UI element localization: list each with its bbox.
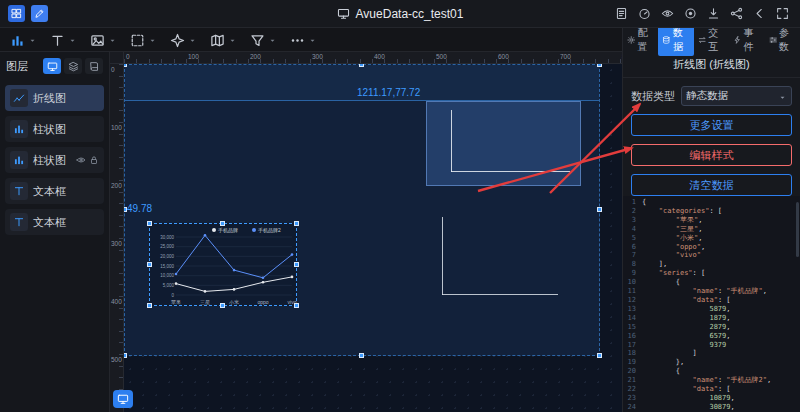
svg-text:小米: 小米 xyxy=(229,299,239,305)
editor-scrollbar[interactable] xyxy=(796,202,799,257)
svg-text:手机品牌2: 手机品牌2 xyxy=(258,227,281,234)
gauge-icon xyxy=(638,7,651,20)
map-icon xyxy=(210,33,225,48)
layers-header: 图层 xyxy=(0,52,109,80)
layer-item-icon-tile xyxy=(10,89,28,107)
resize-handle[interactable] xyxy=(147,303,152,308)
chart-line-icon xyxy=(13,92,25,104)
line-chart-widget[interactable]: 30,00025,00020,00015,00010,0005,0000苹果三星… xyxy=(149,223,297,306)
chart-bar-icon xyxy=(13,154,25,166)
layer-item-icon-tile xyxy=(10,182,28,200)
swap-icon xyxy=(698,35,706,45)
map-tool[interactable] xyxy=(210,33,237,48)
svg-text:10,000: 10,000 xyxy=(160,273,174,278)
book-icon xyxy=(89,61,100,72)
svg-text:0: 0 xyxy=(171,293,174,298)
resize-handle[interactable] xyxy=(597,64,602,67)
data-type-select[interactable]: 静态数据 xyxy=(681,86,792,106)
record-button[interactable] xyxy=(681,4,700,23)
resize-handle[interactable] xyxy=(124,64,127,67)
canvas-viewport[interactable]: 1211.17,77.72 49.78 30,00025,00020,00015… xyxy=(124,64,625,412)
screen-view-button[interactable] xyxy=(43,58,61,74)
chart-bar-icon xyxy=(13,123,25,135)
tab-event[interactable]: 事件 xyxy=(729,24,764,56)
topbar-right xyxy=(612,4,792,23)
doc-button[interactable] xyxy=(612,4,631,23)
bar-chart-widget-2[interactable] xyxy=(442,217,558,295)
resize-handle[interactable] xyxy=(597,353,602,358)
new-screen-button[interactable] xyxy=(31,5,48,22)
layer-list: 折线图柱状图柱状图文本框文本框 xyxy=(0,85,109,235)
tab-config[interactable]: 配置 xyxy=(623,24,658,56)
ruler-number: 100 xyxy=(111,124,122,131)
layer-item-label: 文本框 xyxy=(33,215,66,230)
ruler-number: 0 xyxy=(111,66,115,73)
data-type-row: 数据类型 静态数据 xyxy=(623,78,800,112)
clear-data-button[interactable]: 清空数据 xyxy=(631,174,792,196)
layer-item-icon-tile xyxy=(10,213,28,231)
download-icon xyxy=(707,7,720,20)
layer-view-toggle xyxy=(43,58,103,74)
app-logo-button[interactable] xyxy=(8,5,25,22)
screen-title-icon-slot xyxy=(337,7,350,21)
resize-handle[interactable] xyxy=(220,221,225,226)
text-tool[interactable] xyxy=(50,33,77,48)
decoration-tool[interactable] xyxy=(170,33,197,48)
layer-item[interactable]: 柱状图 xyxy=(5,116,104,142)
preview-button[interactable] xyxy=(658,4,677,23)
more-tool[interactable] xyxy=(290,33,317,48)
tab-interaction[interactable]: 交互 xyxy=(694,24,729,56)
dashboard-button[interactable] xyxy=(635,4,654,23)
border-tool[interactable] xyxy=(130,33,157,48)
edit-style-button[interactable]: 编辑样式 xyxy=(631,144,792,166)
more-settings-button[interactable]: 更多设置 xyxy=(631,114,792,136)
record-icon xyxy=(684,7,697,20)
fullscreen-button[interactable] xyxy=(773,4,792,23)
caret-down-icon xyxy=(778,93,787,102)
bar-chart-widget[interactable] xyxy=(426,101,581,186)
ruler-left: 0100200300400500 xyxy=(110,64,124,412)
ruler-number: 500 xyxy=(436,53,447,60)
tab-params[interactable]: 参数 xyxy=(765,24,800,56)
resize-handle[interactable] xyxy=(294,303,299,308)
ruler-number: 200 xyxy=(250,53,261,60)
screen-title: AvueData-cc_test01 xyxy=(356,7,464,21)
resize-handle[interactable] xyxy=(147,221,152,226)
border-icon xyxy=(130,33,145,48)
resize-handle[interactable] xyxy=(147,262,152,267)
monitor-icon xyxy=(337,7,350,20)
scale-helper-button[interactable] xyxy=(113,390,133,408)
layer-item[interactable]: 文本框 xyxy=(5,178,104,204)
ruler-corner xyxy=(110,52,124,64)
download-button[interactable] xyxy=(704,4,723,23)
resize-handle[interactable] xyxy=(294,262,299,267)
inspector-tabs: 配置数据交互事件参数 xyxy=(622,28,800,52)
media-tool[interactable] xyxy=(90,33,117,48)
text-icon xyxy=(13,216,25,228)
resize-handle[interactable] xyxy=(294,221,299,226)
resize-handle[interactable] xyxy=(220,303,225,308)
back-button[interactable] xyxy=(750,4,769,23)
doc-view-button[interactable] xyxy=(85,58,103,74)
layer-item[interactable]: 柱状图 xyxy=(5,147,104,173)
resize-handle[interactable] xyxy=(359,64,364,67)
data-editor[interactable]: 123456789101112131415161718192021222324 … xyxy=(623,196,800,412)
layer-item[interactable]: 折线图 xyxy=(5,85,104,111)
layer-item-icon-tile xyxy=(10,151,28,169)
gear-icon xyxy=(627,35,635,45)
tab-data[interactable]: 数据 xyxy=(658,24,693,56)
layers-view-button[interactable] xyxy=(64,58,82,74)
artboard[interactable]: 1211.17,77.72 49.78 30,00025,00020,00015… xyxy=(124,64,600,356)
editor-gutter: 123456789101112131415161718192021222324 xyxy=(623,196,639,412)
filter-tool[interactable] xyxy=(250,33,277,48)
share-button[interactable] xyxy=(727,4,746,23)
resize-handle[interactable] xyxy=(124,207,127,212)
resize-handle[interactable] xyxy=(124,353,127,358)
resize-handle[interactable] xyxy=(597,207,602,212)
layer-item[interactable]: 文本框 xyxy=(5,209,104,235)
eye-icon xyxy=(661,7,674,20)
resize-handle[interactable] xyxy=(359,353,364,358)
chart-tool[interactable] xyxy=(10,33,37,48)
toolbar-row: 配置数据交互事件参数 xyxy=(0,28,800,52)
back-icon xyxy=(753,7,766,20)
